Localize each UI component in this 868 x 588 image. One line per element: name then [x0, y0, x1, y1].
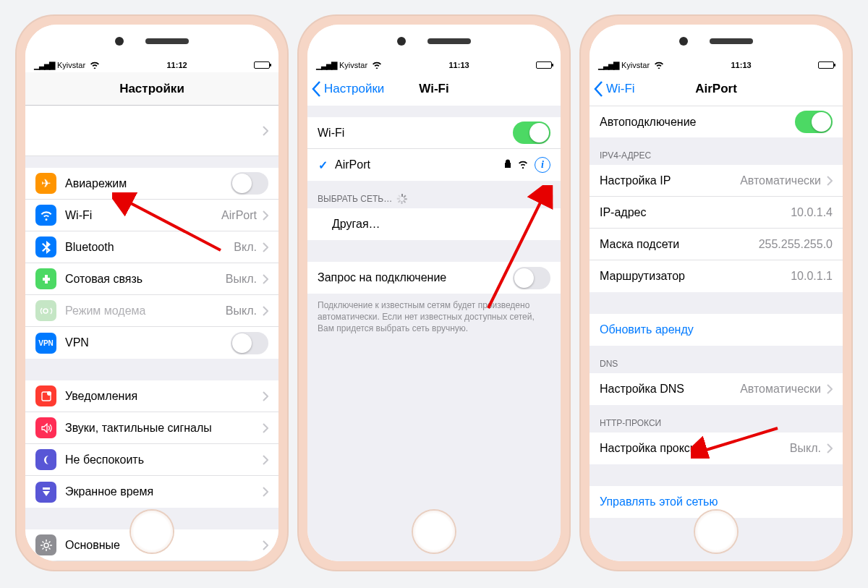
- dnd-icon: [35, 449, 56, 470]
- back-button[interactable]: Настройки: [312, 72, 384, 106]
- row-ip-address: IP-адрес 10.0.1.4: [590, 197, 843, 229]
- ask-toggle[interactable]: [513, 267, 550, 289]
- back-button[interactable]: Wi-Fi: [594, 72, 635, 106]
- wifi-toggle[interactable]: [513, 122, 550, 144]
- hotspot-icon: [35, 300, 56, 321]
- row-value: Вкл.: [234, 241, 257, 254]
- battery-icon: [818, 61, 834, 69]
- wifi-icon: [372, 61, 382, 70]
- spinner-icon: [396, 194, 407, 204]
- row-screentime[interactable]: Экранное время: [25, 476, 278, 508]
- row-configure-proxy[interactable]: Настройка прокси Выкл.: [590, 433, 843, 464]
- signal-bars-icon: ▁▃▅▇: [34, 61, 54, 70]
- row-label: Настройка IP: [600, 174, 740, 187]
- row-value: Автоматически: [740, 383, 821, 396]
- home-button[interactable]: [131, 511, 173, 553]
- row-label: Настройка прокси: [600, 442, 790, 455]
- row-label: Bluetooth: [65, 241, 234, 254]
- row-label: Звуки, тактильные сигналы: [65, 422, 257, 435]
- row-value: 10.0.1.1: [791, 270, 833, 283]
- row-bluetooth[interactable]: Bluetooth Вкл.: [25, 231, 278, 263]
- row-connected-network[interactable]: ✓ AirPort i: [307, 149, 561, 181]
- proxy-header: HTTP-ПРОКСИ: [590, 405, 843, 433]
- screentime-icon: [35, 482, 56, 503]
- chevron-right-icon: [827, 384, 833, 394]
- back-label: Настройки: [324, 82, 384, 96]
- wifi-settings: Wi-Fi ✓ AirPort i ВЫБРАТЬ СЕТЬ…: [307, 106, 561, 561]
- row-renew-lease[interactable]: Обновить аренду: [590, 314, 843, 346]
- carrier-label: Kyivstar: [621, 61, 650, 69]
- chevron-right-icon: [263, 391, 268, 401]
- autojoin-toggle[interactable]: [795, 111, 833, 133]
- row-router: Маршрутизатор 10.0.1.1: [590, 260, 843, 292]
- phone-hardware-top: [590, 25, 843, 58]
- wifi-strength-icon: [517, 158, 529, 171]
- row-label: Wi-Fi: [65, 209, 221, 222]
- row-dnd[interactable]: Не беспокоить: [25, 444, 278, 476]
- chevron-right-icon: [263, 540, 268, 550]
- chevron-right-icon: [827, 443, 833, 453]
- battery-icon: [254, 61, 270, 69]
- row-label: Настройка DNS: [600, 383, 740, 396]
- apple-id-row[interactable]: [25, 106, 278, 156]
- row-value: Автоматически: [740, 174, 821, 187]
- ipv4-header: IPV4-АДРЕС: [590, 137, 843, 165]
- home-button[interactable]: [413, 511, 455, 553]
- info-icon[interactable]: i: [535, 157, 550, 173]
- row-value: 10.0.1.4: [791, 206, 833, 219]
- general-icon: [35, 534, 56, 555]
- choose-network-header: ВЫБРАТЬ СЕТЬ…: [307, 181, 561, 208]
- row-autojoin[interactable]: Автоподключение: [590, 106, 843, 137]
- row-sounds[interactable]: Звуки, тактильные сигналы: [25, 412, 278, 444]
- nav-bar: Настройки Wi-Fi: [307, 72, 561, 106]
- carrier-label: Kyivstar: [339, 61, 367, 69]
- row-other-network[interactable]: Другая…: [307, 208, 561, 240]
- chevron-right-icon: [263, 455, 268, 465]
- vpn-toggle[interactable]: [231, 332, 268, 354]
- row-subnet-mask: Маска подсети 255.255.255.0: [590, 229, 843, 260]
- row-value: Выкл.: [790, 442, 821, 455]
- carrier-label: Kyivstar: [57, 61, 85, 69]
- row-label: Не беспокоить: [65, 453, 257, 466]
- phone-hardware-top: [25, 25, 278, 58]
- chevron-right-icon: [263, 274, 268, 284]
- page-title: AirPort: [695, 82, 737, 96]
- row-notifications[interactable]: Уведомления: [25, 380, 278, 412]
- row-vpn[interactable]: VPN VPN: [25, 327, 278, 359]
- row-hotspot[interactable]: Режим модема Выкл.: [25, 295, 278, 327]
- home-button[interactable]: [695, 511, 737, 553]
- chevron-right-icon: [263, 210, 268, 221]
- wifi-icon: [654, 61, 664, 70]
- speaker-slot: [145, 38, 189, 44]
- status-time: 11:13: [664, 61, 818, 69]
- svg-point-1: [47, 391, 51, 396]
- row-label: Управлять этой сетью: [600, 495, 833, 508]
- chevron-right-icon: [263, 126, 268, 136]
- row-ask-to-join[interactable]: Запрос на подключение: [307, 262, 561, 294]
- row-configure-dns[interactable]: Настройка DNS Автоматически: [590, 373, 843, 405]
- wifi-icon: [90, 61, 100, 70]
- row-cellular[interactable]: Сотовая связь Выкл.: [25, 263, 278, 295]
- status-time: 11:13: [382, 61, 536, 69]
- phone-1: ▁▃▅▇ Kyivstar 11:12 Настройки ✈ Авиарежи…: [15, 14, 289, 571]
- battery-icon: [536, 61, 552, 69]
- row-label: Авиарежим: [65, 177, 231, 190]
- row-wifi[interactable]: Wi-Fi AirPort: [25, 200, 278, 231]
- signal-bars-icon: ▁▃▅▇: [316, 61, 336, 70]
- check-icon: ✓: [318, 158, 328, 172]
- row-wifi-toggle[interactable]: Wi-Fi: [307, 117, 561, 149]
- row-airplane[interactable]: ✈ Авиарежим: [25, 168, 278, 200]
- network-details: Автоподключение IPV4-АДРЕС Настройка IP …: [590, 106, 843, 561]
- phone-hardware-top: [307, 25, 561, 58]
- row-value: AirPort: [221, 209, 257, 222]
- airplane-toggle[interactable]: [231, 172, 268, 195]
- signal-bars-icon: ▁▃▅▇: [598, 61, 618, 70]
- status-bar: ▁▃▅▇ Kyivstar 11:13: [307, 58, 561, 72]
- vpn-icon: VPN: [35, 333, 56, 354]
- back-label: Wi-Fi: [606, 82, 635, 96]
- row-configure-ip[interactable]: Настройка IP Автоматически: [590, 165, 843, 197]
- row-value: Выкл.: [226, 273, 257, 286]
- wifi-icon: [35, 205, 56, 226]
- status-bar: ▁▃▅▇ Kyivstar 11:12: [25, 58, 278, 72]
- row-label: Маршрутизатор: [600, 270, 791, 283]
